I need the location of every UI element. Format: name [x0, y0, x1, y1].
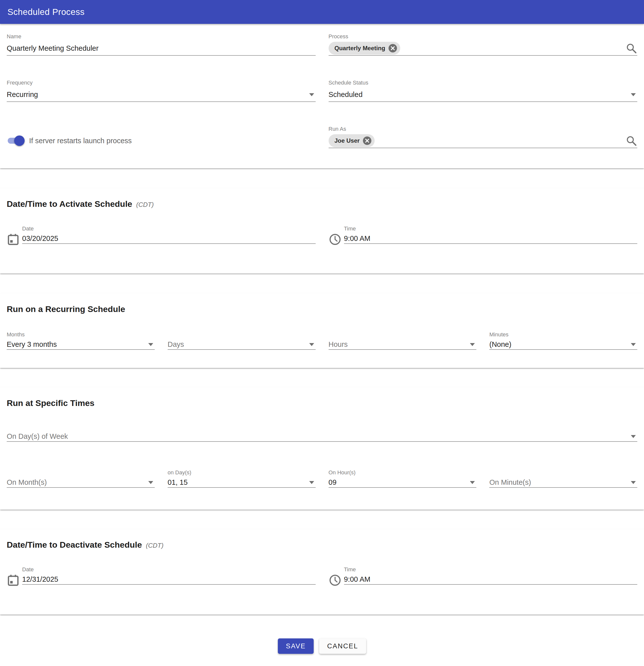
deactivate-schedule-card: Date/Time to Deactivate Schedule (CDT) D… [0, 529, 644, 615]
clock-icon[interactable] [328, 574, 341, 587]
on-days-field: on Day(s) 01, 15 [168, 469, 316, 488]
remove-icon[interactable] [363, 136, 372, 145]
name-value: Quarterly Meeting Scheduler [7, 44, 99, 52]
months-field: Months Every 3 months [7, 331, 155, 350]
activate-date-input[interactable]: 03/20/2025 [22, 233, 316, 243]
deactivate-time-value: 9:00 AM [344, 575, 370, 583]
chevron-down-icon [470, 481, 475, 484]
on-minutes-placeholder: On Minute(s) [489, 478, 531, 487]
frequency-label: Frequency [7, 80, 316, 86]
activate-schedule-card: Date/Time to Activate Schedule (CDT) Dat… [0, 188, 644, 274]
on-minutes-field: On Minute(s) [489, 469, 637, 488]
chevron-down-icon [309, 481, 314, 484]
deactivate-date-input[interactable]: 12/31/2025 [22, 574, 316, 584]
schedule-status-underline [328, 101, 638, 102]
on-hours-select[interactable]: 09 [328, 477, 477, 487]
hours-placeholder: Hours [328, 340, 348, 349]
search-icon[interactable] [625, 42, 637, 54]
recurring-section-title: Run on a Recurring Schedule [7, 304, 125, 314]
hours-field: Hours [328, 331, 477, 350]
activate-date-value: 03/20/2025 [22, 234, 58, 243]
months-value: Every 3 months [7, 340, 57, 349]
run-as-chip[interactable]: Joe User [328, 134, 375, 147]
days-placeholder: Days [168, 340, 184, 349]
run-as-field: Run As Joe User [328, 126, 638, 148]
name-underline [7, 55, 316, 56]
on-months-placeholder: On Month(s) [7, 478, 47, 487]
chevron-down-icon [631, 343, 636, 346]
main-form-card: Name Quarterly Meeting Scheduler Process… [0, 24, 644, 168]
activate-time-value: 9:00 AM [344, 234, 370, 243]
chevron-down-icon [309, 93, 314, 96]
frequency-underline [7, 101, 316, 102]
activate-time-field: Time 9:00 AM [328, 226, 638, 246]
day-of-week-select[interactable]: On Day(s) of Week [7, 431, 637, 441]
deactivate-time-field: Time 9:00 AM [328, 566, 638, 587]
save-button[interactable]: SAVE [278, 638, 313, 654]
form-actions: SAVE CANCEL [0, 615, 644, 654]
schedule-status-select[interactable]: Scheduled [328, 88, 638, 101]
clock-icon[interactable] [328, 233, 341, 246]
activate-time-input[interactable]: 9:00 AM [344, 233, 638, 243]
activate-section-title: Date/Time to Activate Schedule [7, 199, 132, 209]
deactivate-timezone: (CDT) [146, 542, 164, 549]
deactivate-time-label: Time [344, 566, 638, 573]
hours-select[interactable]: Hours [328, 339, 477, 349]
schedule-status-field: Schedule Status Scheduled [328, 80, 638, 102]
frequency-value: Recurring [7, 90, 38, 99]
remove-icon[interactable] [388, 44, 397, 53]
on-hours-value: 09 [328, 478, 337, 487]
process-input[interactable]: Quarterly Meeting [328, 41, 638, 55]
on-months-select[interactable]: On Month(s) [7, 477, 155, 487]
minutes-select[interactable]: (None) [489, 339, 637, 349]
run-as-underline [328, 148, 638, 148]
page-title: Scheduled Process [7, 7, 85, 17]
run-as-input[interactable]: Joe User [328, 134, 638, 148]
on-hours-label: On Hour(s) [328, 469, 477, 476]
deactivate-section-title: Date/Time to Deactivate Schedule [7, 540, 142, 550]
activate-timezone: (CDT) [136, 201, 154, 209]
recurring-schedule-card: Run on a Recurring Schedule Months Every… [0, 293, 644, 368]
days-field: Days [168, 331, 316, 350]
months-label: Months [7, 331, 155, 338]
minutes-field: Minutes (None) [489, 331, 637, 350]
on-months-field: On Month(s) [7, 469, 155, 488]
frequency-select[interactable]: Recurring [7, 88, 316, 101]
calendar-icon[interactable] [7, 574, 20, 587]
app-header: Scheduled Process [0, 0, 644, 24]
schedule-status-value: Scheduled [328, 90, 363, 99]
specific-times-card: Run at Specific Times On Day(s) of Week … [0, 387, 644, 510]
chevron-down-icon [309, 343, 314, 346]
on-days-value: 01, 15 [168, 478, 188, 487]
minutes-label: Minutes [489, 331, 637, 338]
deactivate-date-value: 12/31/2025 [22, 575, 58, 583]
chevron-down-icon [148, 343, 153, 346]
process-chip-label: Quarterly Meeting [335, 45, 385, 52]
search-icon[interactable] [625, 135, 637, 147]
on-minutes-select[interactable]: On Minute(s) [489, 477, 637, 487]
on-days-select[interactable]: 01, 15 [168, 477, 316, 487]
minutes-value: (None) [489, 340, 511, 349]
process-label: Process [328, 33, 638, 40]
on-days-label: on Day(s) [168, 469, 316, 476]
chevron-down-icon [470, 343, 475, 346]
day-of-week-placeholder: On Day(s) of Week [7, 432, 68, 440]
cancel-button[interactable]: CANCEL [319, 638, 366, 654]
activate-date-label: Date [22, 226, 316, 232]
chevron-down-icon [148, 481, 153, 484]
on-hours-field: On Hour(s) 09 [328, 469, 477, 488]
run-as-chip-label: Joe User [335, 137, 360, 144]
days-select[interactable]: Days [168, 339, 316, 349]
deactivate-time-input[interactable]: 9:00 AM [344, 574, 638, 584]
process-chip[interactable]: Quarterly Meeting [328, 42, 400, 55]
process-underline [328, 55, 638, 56]
server-restart-label: If server restarts launch process [29, 137, 132, 145]
server-restart-toggle[interactable] [8, 137, 23, 144]
schedule-status-label: Schedule Status [328, 80, 638, 86]
deactivate-date-field: Date 12/31/2025 [7, 566, 316, 587]
name-input[interactable]: Quarterly Meeting Scheduler [7, 41, 316, 55]
months-select[interactable]: Every 3 months [7, 339, 155, 349]
calendar-icon[interactable] [7, 233, 20, 246]
chevron-down-icon [631, 481, 636, 484]
specific-section-title: Run at Specific Times [7, 398, 95, 408]
